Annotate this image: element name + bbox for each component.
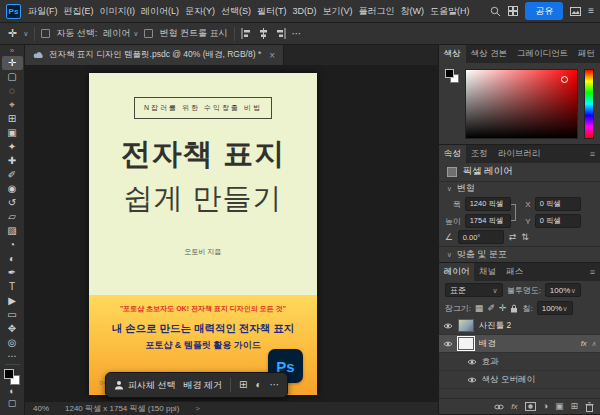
x-field[interactable]: 0 픽셀	[535, 197, 581, 211]
link-layers-icon[interactable]	[494, 404, 504, 410]
layer-name[interactable]: 배경	[479, 338, 496, 350]
adjustment-layer-icon[interactable]: ◑	[543, 402, 548, 411]
layer-style-icon[interactable]: fx	[511, 403, 517, 411]
lock-transparent-pixels-icon[interactable]: ▦	[475, 304, 484, 313]
quick-mask-icon[interactable]: ◐	[2, 385, 23, 397]
menu-file[interactable]: 파일(F)	[25, 0, 61, 22]
collapse-toolbar-icon[interactable]: »	[10, 46, 14, 56]
menu-edit[interactable]: 편집(E)	[61, 0, 97, 22]
tab-channels[interactable]: 채널	[474, 263, 501, 281]
lasso-tool[interactable]: ◌	[2, 84, 23, 98]
link-dimensions-icon[interactable]	[511, 204, 516, 221]
search-icon[interactable]	[490, 6, 501, 17]
select-subject-button[interactable]: 피사체 선택	[114, 379, 176, 392]
eyedropper-tool[interactable]: ✦	[2, 140, 23, 154]
color-cursor[interactable]	[561, 76, 568, 83]
zoom-tool[interactable]: ◎	[2, 336, 23, 350]
adjustments-icon[interactable]: ◐	[255, 380, 261, 390]
auto-select-checkbox[interactable]	[41, 29, 50, 38]
tab-paths[interactable]: 패스	[501, 263, 528, 281]
angle-field[interactable]: 0.00°	[458, 230, 504, 244]
opacity-dropdown[interactable]: 100% ∨	[545, 283, 581, 297]
width-field[interactable]: 1240 픽셀	[465, 197, 511, 211]
zoom-level[interactable]: 40%	[33, 404, 49, 413]
menu-window[interactable]: 창(W)	[398, 0, 428, 22]
tab-color[interactable]: 색상	[439, 45, 466, 63]
dodge-tool[interactable]: ◐	[2, 252, 23, 266]
remove-background-button[interactable]: 배경 제거	[184, 379, 223, 392]
menu-select[interactable]: 선택(S)	[218, 0, 254, 22]
clone-stamp-tool[interactable]: ◉	[2, 182, 23, 196]
eraser-tool[interactable]: ▱	[2, 210, 23, 224]
visibility-eye-icon[interactable]	[443, 322, 453, 330]
panel-menu-icon[interactable]: ≡	[588, 6, 594, 16]
workspace-grid-icon[interactable]	[508, 6, 518, 16]
menu-3d[interactable]: 3D(D)	[290, 0, 320, 22]
tab-layers[interactable]: 레이어	[439, 263, 475, 281]
visibility-eye-icon[interactable]	[467, 358, 477, 366]
align-section-header[interactable]: ∨ 맞춤 및 분포	[439, 248, 600, 262]
document-tab[interactable]: 전자책 표지 디자인 템플릿.psdc @ 40% (배경, RGB/8) * …	[25, 45, 284, 65]
transform-icon[interactable]: ⊞	[239, 380, 247, 390]
gradient-tool[interactable]: ▨	[2, 224, 23, 238]
more-options-icon[interactable]: ⋯	[292, 28, 302, 39]
more-options-icon[interactable]: ⋯	[269, 380, 279, 390]
lock-image-pixels-icon[interactable]: ✐	[487, 304, 495, 313]
align-center-icon[interactable]	[258, 28, 269, 39]
canvas[interactable]: N잡러를 위한 수익창출 비법 전자책 표지 쉽게 만들기 오토비 지음 "포토…	[25, 65, 438, 401]
foreground-color-swatch[interactable]	[445, 69, 454, 78]
share-button[interactable]: 공유	[525, 2, 563, 20]
new-group-icon[interactable]: ▣	[555, 402, 564, 411]
tab-libraries[interactable]: 라이브러리	[493, 145, 546, 163]
delete-layer-icon[interactable]	[585, 402, 594, 412]
layer-thumbnail[interactable]	[458, 337, 474, 350]
height-field[interactable]: 1754 픽셀	[465, 214, 511, 228]
new-layer-icon[interactable]: ⊞	[570, 402, 578, 411]
image-gallery-icon[interactable]	[570, 7, 581, 16]
effects-label[interactable]: 효과	[482, 356, 499, 368]
visibility-eye-icon[interactable]	[467, 376, 477, 384]
history-brush-tool[interactable]: ↺	[2, 196, 23, 210]
marquee-tool[interactable]: ▢	[2, 70, 23, 84]
panel-menu-icon[interactable]: ≡	[590, 263, 600, 281]
panel-menu-icon[interactable]: ≡	[590, 145, 600, 163]
fx-badge[interactable]: fx	[581, 339, 587, 348]
layer-mask-icon[interactable]	[525, 402, 536, 411]
tab-properties[interactable]: 속성	[439, 145, 466, 163]
screen-mode-icon[interactable]: ▢	[2, 397, 23, 409]
status-caret-icon[interactable]: >	[195, 404, 200, 413]
menu-view[interactable]: 보기(V)	[320, 0, 356, 22]
menu-layer[interactable]: 레이어(L)	[138, 0, 182, 22]
hand-tool[interactable]: ✥	[2, 322, 23, 336]
layer-row[interactable]: 배경 fx ∧	[439, 335, 600, 353]
foreground-color-swatch[interactable]	[4, 369, 14, 379]
y-field[interactable]: 0 픽셀	[535, 214, 581, 228]
flip-vertical-icon[interactable]: ⇅	[521, 232, 529, 242]
path-selection-tool[interactable]: ▶	[2, 294, 23, 308]
document-canvas[interactable]: N잡러를 위한 수익창출 비법 전자책 표지 쉽게 만들기 오토비 지음 "포토…	[89, 73, 317, 395]
transform-section-header[interactable]: ∨ 변형	[439, 182, 600, 196]
tab-gradients[interactable]: 그레이디언트	[512, 45, 573, 63]
shape-tool[interactable]: ▭	[2, 308, 23, 322]
menu-type[interactable]: 문자(Y)	[182, 0, 218, 22]
flip-horizontal-icon[interactable]: ⇄	[509, 232, 517, 242]
hue-slider[interactable]	[584, 69, 594, 139]
crop-tool[interactable]: ⊞	[2, 112, 23, 126]
blur-tool[interactable]: ◔	[2, 238, 23, 252]
menu-filter[interactable]: 필터(T)	[254, 0, 290, 22]
object-selection-tool[interactable]: ⌖	[2, 98, 23, 112]
tab-swatches[interactable]: 색상 견본	[466, 45, 512, 63]
layer-row[interactable]: 사진틀 2	[439, 317, 600, 335]
color-overlay-row[interactable]: 색상 오버레이	[439, 371, 600, 389]
lock-position-icon[interactable]: ✛	[499, 304, 507, 313]
tab-adjustments[interactable]: 조정	[466, 145, 493, 163]
healing-brush-tool[interactable]: ✚	[2, 154, 23, 168]
layer-thumbnail[interactable]	[458, 319, 474, 332]
type-tool[interactable]: T	[2, 280, 23, 294]
edit-toolbar-icon[interactable]: ⋯	[2, 350, 23, 362]
chevron-down-icon[interactable]: ∨	[23, 30, 28, 37]
foreground-background-swatches[interactable]	[445, 69, 459, 83]
brush-tool[interactable]: ✐	[2, 168, 23, 182]
chevron-up-icon[interactable]: ∧	[591, 340, 596, 347]
foreground-background-swatches[interactable]	[4, 369, 20, 385]
